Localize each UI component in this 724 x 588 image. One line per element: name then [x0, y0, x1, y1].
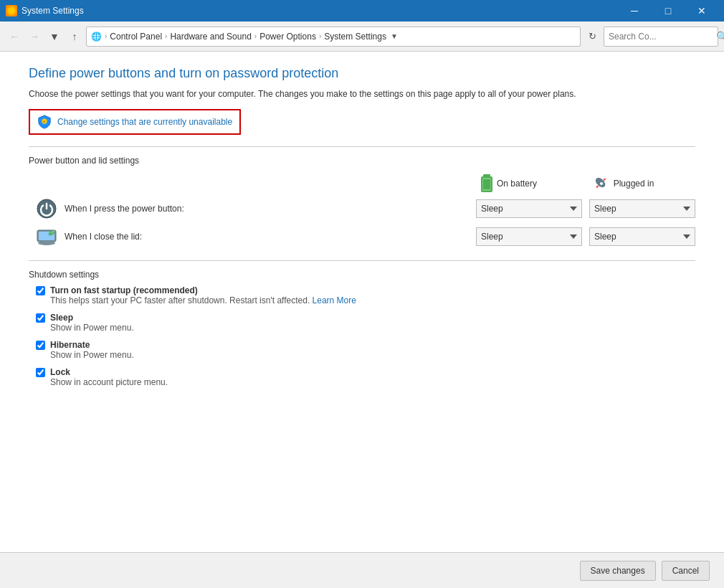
down-history-button[interactable]: ▼ — [46, 28, 63, 45]
lock-label: Lock — [50, 367, 168, 377]
close-lid-row: When I close the lid: Do nothing Sleep H… — [29, 227, 695, 246]
fast-startup-row: Turn on fast startup (recommended) This … — [29, 285, 695, 305]
power-button-dropdowns: Do nothing Sleep Hibernate Shut down Tur… — [476, 199, 695, 218]
close-lid-on-battery-dropdown[interactable]: Do nothing Sleep Hibernate Shut down Tur… — [476, 227, 582, 246]
power-button-plugged-in-dropdown[interactable]: Do nothing Sleep Hibernate Shut down Tur… — [589, 199, 695, 218]
close-lid-icon — [36, 227, 57, 246]
cancel-button[interactable]: Cancel — [662, 561, 710, 581]
close-lid-plugged-in-dropdown[interactable]: Do nothing Sleep Hibernate Shut down Tur… — [589, 227, 695, 246]
search-icon: 🔍 — [716, 31, 724, 42]
power-button-row: When I press the power button: Do nothin… — [29, 199, 695, 219]
battery-icon — [481, 174, 492, 193]
breadcrumb-power-options[interactable]: Power Options — [259, 32, 316, 42]
section-divider-shutdown — [29, 260, 695, 261]
lock-content: Lock Show in account picture menu. — [50, 367, 168, 387]
svg-rect-5 — [483, 179, 490, 189]
window-controls: ─ □ ✕ — [618, 0, 718, 22]
plugged-in-header: Plugged in — [566, 174, 681, 193]
breadcrumb-bar: 🌐 › Control Panel › Hardware and Sound ›… — [86, 27, 581, 47]
forward-button[interactable]: → — [26, 28, 43, 45]
back-button[interactable]: ← — [6, 28, 23, 45]
power-button-icon — [37, 199, 57, 219]
svg-rect-2 — [483, 174, 490, 176]
section-divider-power — [29, 146, 695, 147]
svg-marker-8 — [604, 179, 606, 181]
up-button[interactable]: ↑ — [66, 28, 83, 45]
shield-icon: ✦ — [37, 115, 52, 129]
fast-startup-checkbox-col — [36, 285, 50, 298]
power-button-section-label: Power button and lid settings — [29, 156, 695, 166]
power-button-section: Power button and lid settings On battery — [29, 146, 695, 246]
breadcrumb-system-settings: System Settings — [324, 32, 386, 42]
fast-startup-checkbox[interactable] — [36, 286, 45, 295]
change-settings-box: ✦ Change settings that are currently una… — [29, 109, 241, 135]
breadcrumb-globe-icon: 🌐 — [91, 32, 102, 42]
sleep-label: Sleep — [50, 313, 134, 323]
hibernate-row: Hibernate Show in Power menu. — [29, 340, 695, 360]
lock-checkbox[interactable] — [36, 368, 45, 377]
breadcrumb-control-panel[interactable]: Control Panel — [110, 32, 162, 42]
fast-startup-content: Turn on fast startup (recommended) This … — [50, 285, 356, 305]
column-headers: On battery Plugged in — [29, 174, 695, 193]
hibernate-checkbox-col — [36, 340, 50, 352]
sleep-row: Sleep Show in Power menu. — [29, 313, 695, 333]
rocket-icon — [594, 176, 609, 191]
power-button-label: When I press the power button: — [65, 204, 476, 214]
close-lid-dropdowns: Do nothing Sleep Hibernate Shut down Tur… — [476, 227, 695, 246]
breadcrumb-dropdown-arrow[interactable]: ▼ — [391, 32, 398, 40]
refresh-button[interactable]: ↻ — [584, 28, 601, 45]
plugged-in-label: Plugged in — [614, 179, 654, 189]
fast-startup-label: Turn on fast startup (recommended) — [50, 285, 356, 295]
shutdown-section: Shutdown settings Turn on fast startup (… — [29, 260, 695, 387]
breadcrumb-hardware[interactable]: Hardware and Sound — [170, 32, 251, 42]
footer: Save changes Cancel — [0, 552, 724, 588]
sleep-desc: Show in Power menu. — [50, 323, 134, 333]
learn-more-link[interactable]: Learn More — [313, 295, 356, 305]
page-title: Define power buttons and turn on passwor… — [29, 66, 695, 81]
shutdown-section-label: Shutdown settings — [29, 270, 695, 280]
lock-desc: Show in account picture menu. — [50, 377, 168, 387]
window-title: System Settings — [22, 6, 618, 16]
svg-marker-7 — [596, 186, 599, 189]
search-input[interactable] — [609, 32, 716, 42]
addressbar: ← → ▼ ↑ 🌐 › Control Panel › Hardware and… — [0, 22, 724, 52]
svg-text:✦: ✦ — [42, 119, 46, 124]
sleep-checkbox-col — [36, 313, 50, 325]
page-description: Choose the power settings that you want … — [29, 88, 695, 100]
main-content: Define power buttons and turn on passwor… — [0, 52, 724, 552]
power-button-on-battery-dropdown[interactable]: Do nothing Sleep Hibernate Shut down Tur… — [476, 199, 582, 218]
svg-point-13 — [38, 241, 55, 245]
save-changes-button[interactable]: Save changes — [580, 561, 656, 581]
sleep-content: Sleep Show in Power menu. — [50, 313, 134, 333]
minimize-button[interactable]: ─ — [618, 0, 651, 22]
restore-button[interactable]: □ — [652, 0, 685, 22]
lock-row: Lock Show in account picture menu. — [29, 367, 695, 387]
app-icon — [6, 5, 17, 16]
search-bar: 🔍 — [604, 27, 718, 47]
on-battery-label: On battery — [497, 179, 537, 189]
close-lid-icon-area — [29, 227, 65, 246]
close-lid-label: When I close the lid: — [65, 232, 476, 242]
power-button-icon-area — [29, 199, 65, 219]
fast-startup-desc: This helps start your PC faster after sh… — [50, 295, 356, 305]
titlebar: System Settings ─ □ ✕ — [0, 0, 724, 22]
change-settings-link[interactable]: Change settings that are currently unava… — [57, 117, 232, 127]
hibernate-label: Hibernate — [50, 340, 134, 350]
on-battery-header: On battery — [452, 174, 566, 193]
hibernate-checkbox[interactable] — [36, 341, 45, 350]
svg-point-9 — [600, 182, 603, 185]
hibernate-desc: Show in Power menu. — [50, 350, 134, 360]
lock-checkbox-col — [36, 367, 50, 379]
sleep-checkbox[interactable] — [36, 313, 45, 323]
close-button[interactable]: ✕ — [685, 0, 718, 22]
hibernate-content: Hibernate Show in Power menu. — [50, 340, 134, 360]
